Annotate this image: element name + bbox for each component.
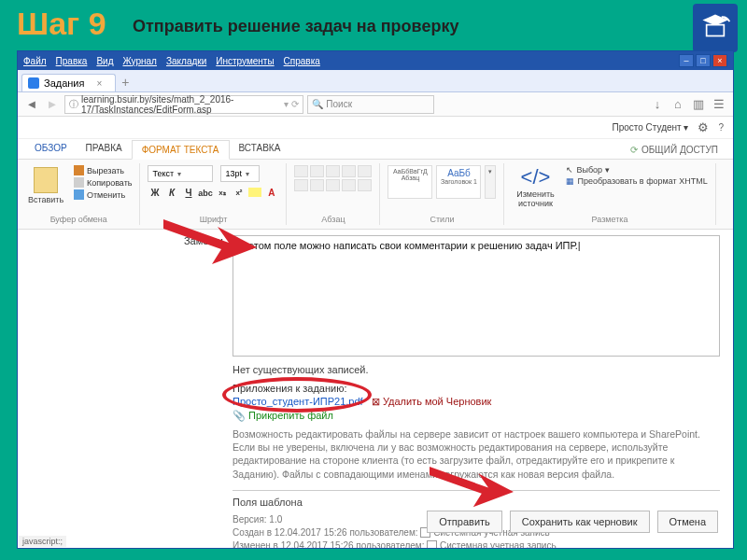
convert-xhtml-button[interactable]: ▦Преобразовать в формат XHTML (566, 176, 707, 186)
attachments-label: Приложения к заданию: (233, 383, 720, 394)
hamburger-icon[interactable]: ☰ (711, 96, 727, 113)
bookmarks-icon[interactable]: ▥ (690, 96, 707, 113)
superscript-button[interactable]: x² (232, 186, 246, 200)
close-button[interactable]: × (712, 54, 727, 67)
undo-icon (74, 189, 84, 200)
ribbon-group-markup: </> Изменить источник ↖Выбор ▾ ▦Преобраз… (504, 163, 715, 225)
menu-file[interactable]: Файл (23, 56, 47, 66)
menu-tools[interactable]: Инструменты (216, 56, 274, 66)
back-button[interactable]: ◄ (23, 96, 40, 113)
bold-button[interactable]: Ж (148, 186, 162, 200)
select-button[interactable]: ↖Выбор ▾ (566, 165, 707, 175)
group-label: Разметка (504, 215, 714, 224)
forward-button[interactable]: ► (44, 96, 61, 113)
minimize-button[interactable]: – (679, 54, 694, 67)
styles-more-button[interactable]: ▾ (485, 165, 496, 199)
svg-rect-1 (708, 25, 724, 35)
maximize-button[interactable]: □ (696, 54, 711, 67)
search-icon: 🔍 (312, 99, 323, 109)
subscript-button[interactable]: x₂ (215, 186, 229, 200)
search-placeholder: Поиск (326, 99, 352, 109)
attach-file-link[interactable]: 📎 Прикрепить файл (233, 410, 333, 421)
delete-draft-link[interactable]: ⊠ Удалить мой Черновик (372, 396, 492, 407)
cursor-icon: ↖ (566, 165, 573, 175)
numbering-button[interactable] (310, 165, 324, 177)
user-menu[interactable]: Просто Студент ▾ (612, 122, 688, 133)
share-button[interactable]: ⟳ОБЩИЙ ДОСТУП (623, 141, 726, 159)
modified-author: Системная учетная запись (440, 540, 557, 548)
highlight-button[interactable] (248, 188, 261, 197)
favicon-icon (28, 77, 39, 89)
menu-view[interactable]: Вид (96, 56, 113, 66)
font-body-dropdown[interactable]: Текст (148, 165, 213, 182)
ribbon-tab-edit[interactable]: ПРАВКА (77, 139, 132, 159)
url-text: learning.bsuir.by/sites/math_2_2016-17/T… (81, 94, 284, 115)
paste-button[interactable]: Вставить (25, 165, 66, 204)
group-label: Стили (380, 215, 503, 224)
ribbon-tab-overview[interactable]: ОБЗОР (25, 139, 77, 159)
save-draft-button[interactable]: Сохранить как черновик (510, 511, 650, 533)
reload-icon[interactable]: ⟳ (291, 99, 299, 109)
modified-author-checkbox[interactable] (427, 540, 437, 548)
undo-button[interactable]: Отменить (74, 189, 132, 200)
ribbon-tab-insert[interactable]: ВСТАВКА (230, 139, 290, 159)
ribbon-tab-format[interactable]: ФОРМАТ ТЕКСТА (132, 140, 230, 160)
help-icon[interactable]: ? (718, 122, 724, 133)
menu-edit[interactable]: Правка (56, 56, 88, 66)
url-dropdown-icon[interactable]: ▾ (284, 99, 289, 109)
cancel-button[interactable]: Отмена (657, 511, 718, 533)
template-fields-label: Поля шаблона (233, 490, 720, 508)
share-icon: ⟳ (630, 145, 638, 155)
edit-source-button[interactable]: </> Изменить источник (512, 165, 558, 208)
group-label: Абзац (287, 215, 379, 224)
settings-gear-icon[interactable]: ⚙ (698, 120, 709, 134)
align-center-button[interactable] (310, 179, 324, 191)
menu-bookmarks[interactable]: Закладки (166, 56, 206, 66)
cut-button[interactable]: Вырезать (74, 165, 132, 175)
browser-menubar: Файл Правка Вид Журнал Закладки Инструме… (18, 51, 733, 70)
send-button[interactable]: Отправить (427, 511, 502, 533)
style-heading1[interactable]: АаБб Заголовок 1 (436, 165, 481, 199)
search-field[interactable]: 🔍 Поиск (307, 95, 434, 114)
browser-tabbar: Задания × + (18, 70, 733, 92)
ribbon-group-styles: АаБбВвГгД Абзац АаБб Заголовок 1 ▾ Стили (380, 163, 504, 225)
align-justify-button[interactable] (342, 179, 356, 191)
group-label: Буфер обмена (18, 215, 139, 224)
align-left-button[interactable] (294, 179, 308, 191)
indent-button[interactable] (342, 165, 356, 177)
pilcrow-button[interactable] (358, 165, 372, 177)
font-color-button[interactable]: A (264, 186, 278, 200)
home-icon[interactable]: ⌂ (669, 96, 686, 113)
style-normal[interactable]: АаБбВвГгД Абзац (388, 165, 432, 199)
ribbon-group-clipboard: Вставить Вырезать Копировать Отменить Бу… (18, 163, 140, 225)
attachment-link[interactable]: Просто_студент-ИПР21.pdf (233, 396, 363, 407)
menu-history[interactable]: Журнал (122, 56, 157, 66)
copy-button[interactable]: Копировать (74, 177, 132, 188)
info-icon: ⓘ (69, 98, 78, 111)
url-field[interactable]: ⓘ learning.bsuir.by/sites/math_2_2016-17… (64, 95, 303, 114)
ltr-button[interactable] (358, 179, 372, 191)
underline-button[interactable]: Ч (181, 186, 195, 200)
notes-textarea[interactable]: В этом поле можно написать свои коммента… (233, 235, 720, 357)
new-tab-button[interactable]: + (116, 73, 134, 91)
field-label-notes: Заметки (18, 230, 233, 548)
group-label: Шрифт (140, 215, 286, 224)
step-subtitle: Отправить решение задач на проверку (133, 17, 458, 36)
browser-window: Файл Правка Вид Журнал Закладки Инструме… (17, 50, 734, 549)
outdent-button[interactable] (326, 165, 340, 177)
created-text: Создан в 12.04.2017 15:26 пользователем: (233, 527, 418, 538)
bullets-button[interactable] (294, 165, 308, 177)
menu-help[interactable]: Справка (284, 56, 320, 66)
align-right-button[interactable] (326, 179, 340, 191)
italic-button[interactable]: К (164, 186, 178, 200)
no-records-text: Нет существующих записей. (233, 364, 720, 375)
font-size-dropdown[interactable]: 13pt (220, 165, 260, 182)
browser-tab[interactable]: Задания × (21, 74, 116, 91)
strike-button[interactable]: abc (198, 186, 212, 200)
downloads-icon[interactable]: ↓ (649, 96, 666, 113)
code-icon: </> (512, 165, 558, 189)
tab-close-icon[interactable]: × (96, 78, 102, 89)
modified-text: Изменен в 12.04.2017 15:26 пользователем… (233, 540, 424, 548)
help-text: Возможность редактировать файлы на серве… (233, 427, 720, 481)
editor-area: Заметки В этом поле можно написать свои … (18, 230, 733, 548)
